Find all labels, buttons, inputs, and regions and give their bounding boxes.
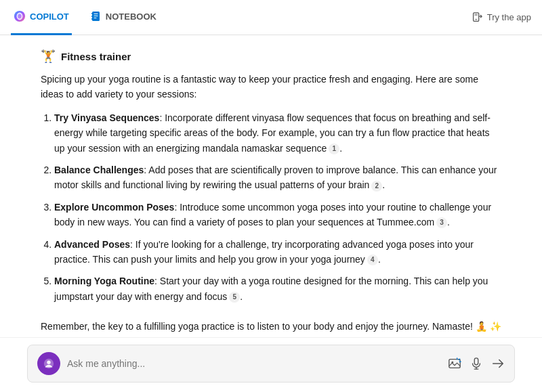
list-item: Morning Yoga Routine: Start your day wit… <box>54 274 501 304</box>
image-icon <box>448 357 461 370</box>
footer-note: Remember, the key to a fulfilling yoga p… <box>41 319 501 334</box>
send-icon-btn[interactable] <box>491 357 505 370</box>
tip-title-3: Explore Uncommon Poses <box>54 202 174 213</box>
try-app-label: Try the app <box>487 12 531 22</box>
ref-5: 5 <box>229 292 240 303</box>
send-icon <box>491 357 505 370</box>
nav-notebook[interactable]: NOTEBOOK <box>88 0 159 35</box>
ref-2: 2 <box>371 181 382 192</box>
try-app-link[interactable]: Try the app <box>471 12 531 24</box>
tip-title-1: Try Vinyasa Sequences <box>54 112 159 123</box>
nav-copilot[interactable]: COPILOT <box>11 0 72 35</box>
tip-title-2: Balance Challenges <box>54 165 144 175</box>
list-item: Balance Challenges: Add poses that are s… <box>54 162 501 193</box>
ask-input[interactable] <box>67 358 441 369</box>
svg-point-2 <box>18 14 21 18</box>
trainer-emoji: 🏋️ <box>41 49 56 64</box>
ref-3: 3 <box>436 217 447 228</box>
list-item: Explore Uncommon Poses: Introduce some u… <box>54 200 501 230</box>
input-row <box>27 345 515 383</box>
nav-tabs: COPILOT NOTEBOOK <box>11 0 159 35</box>
svg-rect-6 <box>91 18 93 20</box>
main-content: 🏋️ Fitness trainer Spicing up your yoga … <box>0 35 542 337</box>
input-area <box>0 337 542 392</box>
copilot-avatar <box>37 352 60 375</box>
notebook-icon <box>91 11 102 22</box>
svg-point-14 <box>47 361 50 364</box>
ref-1: 1 <box>329 144 339 154</box>
intro-text: Spicing up your yoga routine is a fantas… <box>41 72 501 102</box>
trainer-name: Fitness trainer <box>61 51 131 62</box>
try-app-icon <box>471 12 483 24</box>
svg-point-12 <box>475 18 476 20</box>
svg-rect-17 <box>474 358 478 365</box>
tips-list: Try Vinyasa Sequences: Incorporate diffe… <box>41 110 501 311</box>
svg-rect-4 <box>91 13 93 14</box>
image-icon-btn[interactable] <box>448 357 461 370</box>
svg-rect-5 <box>91 16 93 17</box>
input-action-icons <box>448 357 505 370</box>
tip-title-5: Morning Yoga Routine <box>54 276 154 286</box>
header: COPILOT NOTEBOOK Try the app <box>0 0 542 35</box>
list-item: Try Vinyasa Sequences: Incorporate diffe… <box>54 110 501 156</box>
microphone-icon-btn[interactable] <box>470 357 483 370</box>
copilot-label: COPILOT <box>30 12 69 22</box>
notebook-label: NOTEBOOK <box>106 12 157 22</box>
avatar-icon <box>43 357 55 370</box>
svg-rect-15 <box>449 360 460 368</box>
svg-rect-11 <box>474 14 478 16</box>
copilot-icon <box>14 10 26 22</box>
trainer-header: 🏋️ Fitness trainer <box>41 49 501 64</box>
list-item: Advanced Poses: If you're looking for a … <box>54 237 501 267</box>
ref-4: 4 <box>367 255 378 265</box>
svg-rect-8 <box>93 16 98 16</box>
svg-rect-9 <box>93 18 96 18</box>
microphone-icon <box>470 357 483 370</box>
tip-title-4: Advanced Poses <box>54 239 130 250</box>
svg-rect-7 <box>93 14 98 14</box>
